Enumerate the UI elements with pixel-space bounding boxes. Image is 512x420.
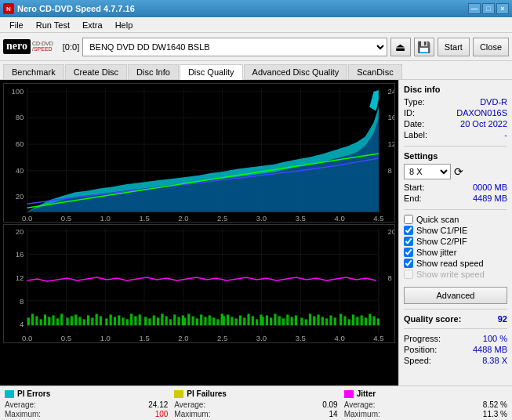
quick-scan-checkbox[interactable]	[404, 215, 413, 224]
svg-text:2.5: 2.5	[217, 215, 227, 222]
maximize-button[interactable]: □	[482, 3, 495, 14]
svg-text:16: 16	[16, 252, 24, 259]
main-content: 100 80 60 40 20 24 16 12 8 0.0 0.5 1.0 1…	[0, 80, 512, 386]
svg-text:4.5: 4.5	[373, 215, 383, 222]
svg-text:16: 16	[388, 114, 394, 122]
svg-rect-63	[56, 318, 59, 325]
show-c1pie-row: Show C1/PIE	[404, 226, 507, 235]
tab-disc-info[interactable]: Disc Info	[128, 64, 179, 79]
pi-errors-max-value: 100	[155, 410, 169, 418]
tab-disc-quality[interactable]: Disc Quality	[180, 64, 243, 80]
svg-rect-128	[325, 318, 328, 325]
jitter-avg-row: Average: 8.52 %	[344, 400, 507, 409]
jitter-header: Jitter	[344, 389, 507, 398]
svg-rect-107	[239, 315, 241, 325]
tab-scan-disc[interactable]: ScanDisc	[348, 64, 401, 79]
svg-text:0.0: 0.0	[22, 335, 32, 342]
end-label: End:	[404, 194, 422, 203]
pi-failures-avg-label: Average:	[174, 400, 205, 409]
svg-text:2.5: 2.5	[217, 335, 227, 342]
drive-combo[interactable]: BENQ DVD DD DW1640 BSLB	[82, 38, 387, 56]
close-test-button[interactable]: Close	[473, 38, 509, 56]
show-write-speed-checkbox[interactable]	[404, 270, 413, 279]
start-button[interactable]: Start	[438, 38, 470, 56]
svg-text:12: 12	[388, 140, 394, 148]
svg-rect-97	[200, 314, 202, 325]
tab-advanced-disc-quality[interactable]: Advanced Disc Quality	[244, 64, 348, 79]
jitter-label: Jitter	[357, 389, 376, 398]
show-read-speed-checkbox[interactable]	[404, 259, 413, 268]
advanced-button[interactable]: Advanced	[404, 287, 507, 304]
svg-text:8: 8	[388, 167, 392, 175]
svg-text:3.0: 3.0	[256, 215, 267, 222]
start-label: Start:	[404, 183, 424, 192]
svg-text:2.0: 2.0	[178, 215, 188, 222]
svg-rect-120	[291, 317, 293, 325]
jitter-color	[344, 390, 354, 398]
show-jitter-checkbox[interactable]	[404, 248, 413, 257]
show-c2pif-checkbox[interactable]	[404, 237, 413, 246]
settings-title: Settings	[404, 151, 507, 161]
save-button[interactable]: 💾	[414, 38, 434, 56]
nero-logo: nero	[3, 39, 31, 54]
minimize-button[interactable]: —	[468, 3, 481, 14]
svg-text:24: 24	[388, 88, 394, 96]
start-value: 0000 MB	[473, 183, 507, 192]
titlebar: N Nero CD-DVD Speed 4.7.7.16 — □ ×	[0, 0, 512, 17]
close-button[interactable]: ×	[496, 3, 509, 14]
svg-rect-136	[361, 315, 363, 325]
svg-rect-88	[165, 316, 168, 325]
svg-rect-75	[110, 314, 112, 325]
pi-failures-group: PI Failures Average: 0.09 Maximum: 14 To…	[174, 389, 337, 420]
quality-score-row: Quality score: 92	[404, 314, 507, 324]
jitter-avg-value: 8.52 %	[483, 400, 507, 409]
show-read-speed-row: Show read speed	[404, 259, 507, 268]
disc-date-value: 20 Oct 2022	[460, 119, 507, 129]
pi-errors-group: PI Errors Average: 24.12 Maximum: 100 To…	[5, 389, 168, 420]
disc-date-row: Date: 20 Oct 2022	[404, 119, 507, 129]
app-title: Nero CD-DVD Speed 4.7.7.16	[17, 4, 135, 13]
svg-text:20: 20	[16, 228, 24, 236]
svg-text:1.0: 1.0	[100, 335, 111, 342]
svg-rect-60	[44, 314, 46, 325]
titlebar-buttons[interactable]: — □ ×	[468, 3, 509, 14]
menu-run-test[interactable]: Run Test	[30, 19, 76, 31]
menu-help[interactable]: Help	[109, 19, 140, 31]
tab-benchmark[interactable]: Benchmark	[3, 64, 64, 79]
svg-rect-74	[105, 318, 107, 325]
svg-rect-82	[139, 314, 141, 325]
eject-button[interactable]: ⏏	[390, 38, 411, 56]
svg-rect-123	[305, 319, 307, 325]
show-jitter-row: Show jitter	[404, 248, 507, 257]
svg-rect-119	[286, 314, 289, 325]
quality-score-label: Quality score:	[404, 314, 461, 324]
show-c1pie-checkbox[interactable]	[404, 226, 413, 235]
svg-rect-87	[161, 313, 163, 325]
menu-extra[interactable]: Extra	[76, 19, 109, 31]
speed-refresh-icon[interactable]: ⟳	[454, 165, 463, 178]
menu-file[interactable]: File	[3, 19, 30, 31]
upper-chart: 100 80 60 40 20 24 16 12 8 0.0 0.5 1.0 1…	[3, 83, 395, 223]
disc-id-label: ID:	[404, 108, 415, 118]
progress-label: Progress:	[404, 334, 441, 343]
drive-label: [0:0]	[63, 42, 79, 52]
right-panel: Disc info Type: DVD-R ID: DAXON016S Date…	[398, 80, 512, 386]
svg-rect-113	[261, 317, 263, 325]
svg-rect-58	[35, 316, 38, 325]
svg-rect-139	[372, 316, 375, 325]
svg-text:12: 12	[16, 274, 24, 282]
svg-rect-83	[144, 317, 147, 325]
svg-rect-94	[187, 313, 190, 325]
jitter-max-label: Maximum:	[344, 410, 380, 418]
svg-rect-109	[247, 313, 249, 325]
tab-create-disc[interactable]: Create Disc	[65, 64, 127, 79]
svg-rect-77	[118, 315, 120, 325]
jitter-max-value: 11.3 %	[483, 410, 507, 418]
progress-value: 100 %	[483, 334, 507, 343]
pi-errors-color	[5, 390, 14, 398]
svg-text:40: 40	[16, 167, 24, 175]
pi-errors-avg-row: Average: 24.12	[5, 400, 168, 409]
pi-errors-max-label: Maximum:	[5, 410, 41, 418]
speed-combo[interactable]: 8 X	[404, 164, 451, 179]
svg-text:20: 20	[16, 194, 24, 201]
